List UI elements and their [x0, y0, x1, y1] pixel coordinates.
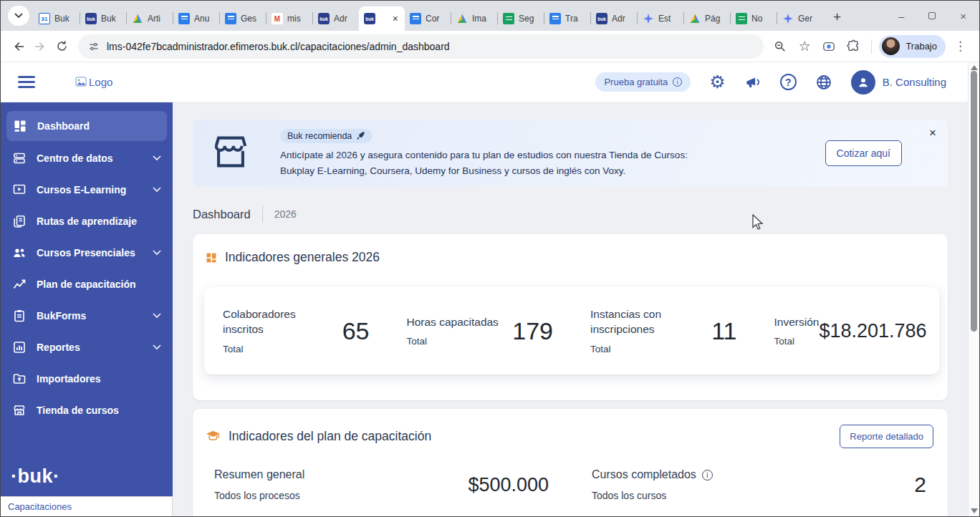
banner-close-icon[interactable]: × — [929, 127, 936, 139]
page-scrollbar[interactable] — [968, 62, 979, 516]
profile-avatar — [882, 37, 900, 55]
browser-tab[interactable]: Pág — [684, 6, 730, 31]
sidebar-item-label: Cursos E-Learning — [37, 184, 126, 195]
browser-tab-active[interactable]: buk × — [359, 6, 405, 31]
sidebar-item-rutas-de-aprendizaje[interactable]: Rutas de aprendizaje — [1, 206, 173, 237]
chevron-down-icon — [153, 344, 161, 350]
logo-text: Logo — [89, 76, 112, 88]
chevron-down-icon — [153, 187, 161, 193]
site-settings-icon[interactable] — [88, 41, 100, 52]
browser-menu-button[interactable]: ⋮ — [948, 39, 972, 54]
tab-label: Tra — [565, 14, 585, 24]
sidebar-item-label: Tienda de cursos — [37, 405, 119, 416]
hamburger-menu-button[interactable] — [18, 76, 35, 88]
maximize-button[interactable] — [928, 12, 936, 19]
browser-tab[interactable]: Cor — [405, 6, 451, 31]
window-close-button[interactable]: × — [960, 11, 966, 21]
clipboard-icon — [12, 309, 27, 323]
account-name: B. Consulting — [883, 76, 946, 88]
app-logo[interactable]: Logo — [75, 76, 112, 88]
browser-tab[interactable]: Arti — [127, 6, 173, 31]
new-tab-button[interactable]: + — [829, 9, 845, 25]
browser-tab[interactable]: Tra — [544, 6, 590, 31]
cotizar-aqui-button[interactable]: Cotizar aquí — [825, 140, 902, 166]
browser-tab[interactable]: buk Adr — [591, 6, 637, 31]
docs-favicon — [178, 13, 190, 24]
info-icon[interactable]: i — [702, 470, 713, 480]
breadcrumb-year: 2026 — [274, 208, 297, 220]
minimize-button[interactable]: – — [898, 11, 904, 21]
extensions-button[interactable] — [842, 36, 864, 57]
help-icon[interactable]: ? — [780, 74, 797, 90]
badge-label: Buk recomienda — [287, 131, 352, 141]
sidebar-item-importadores[interactable]: Importadores — [1, 363, 173, 395]
browser-tab[interactable]: Est — [638, 6, 683, 31]
forward-button[interactable] — [29, 36, 51, 57]
tab-close-icon[interactable]: × — [391, 14, 400, 24]
general-indicators-card: Indicadores generales 2026 Colaboradores… — [193, 234, 948, 400]
toolbar-right: ☆ Trabajo ⋮ — [769, 35, 972, 58]
docs-favicon — [549, 13, 561, 24]
store-icon — [12, 403, 27, 417]
reload-button[interactable] — [51, 36, 72, 57]
breadcrumb: Dashboard 2026 — [193, 206, 297, 223]
app-header: Logo Prueba gratuita i ⚙ ? B. Consulting — [1, 62, 979, 102]
browser-tab[interactable]: Seg — [498, 6, 544, 31]
sidebar-item-centro-de-datos[interactable]: Centro de datos — [1, 142, 173, 174]
url-text: lms-042fe7bcadministrador.efimeros.buk.c… — [107, 41, 450, 52]
trial-badge[interactable]: Prueba gratuita i — [595, 72, 691, 92]
back-button[interactable] — [8, 36, 29, 57]
browser-tab[interactable]: 31 Buk — [34, 6, 80, 31]
sidebar-item-cursos-presenciales[interactable]: Cursos Presenciales — [1, 237, 173, 269]
bookmark-button[interactable]: ☆ — [794, 36, 815, 57]
storefront-icon — [208, 131, 253, 175]
metric-resumen-general: Resumen general Todos los procesos $500.… — [193, 468, 570, 501]
browser-tab[interactable]: Ger — [777, 6, 823, 31]
browser-tab[interactable]: No — [731, 6, 777, 31]
tab-label: Pág — [705, 14, 725, 24]
scroll-up-arrow-icon[interactable] — [971, 65, 978, 70]
chevron-down-icon — [153, 250, 161, 256]
address-bar[interactable]: lms-042fe7bcadministrador.efimeros.buk.c… — [78, 34, 764, 59]
orange-grid-icon — [206, 252, 217, 264]
metric-horas-capacitadas: Horas capacitadas Total 179 — [388, 287, 572, 375]
media-toolbar-icon — [822, 40, 836, 53]
learning-paths-icon — [12, 214, 27, 228]
metric-sublabel: Total — [774, 336, 820, 347]
announcements-megaphone-icon[interactable] — [744, 74, 762, 90]
sidebar-item-dashboard[interactable]: Dashboard — [6, 111, 167, 141]
calendar-favicon: 31 — [39, 13, 50, 24]
sidebar-item-plan-de-capacitacion[interactable]: Plan de capacitación — [1, 269, 173, 300]
tab-search-button[interactable] — [8, 6, 29, 26]
banner-text-line1: Anticípate al 2026 y asegura contenido p… — [280, 148, 688, 163]
reporte-detallado-button[interactable]: Reporte detallado — [840, 425, 933, 448]
browser-tab[interactable]: Ges — [220, 6, 266, 31]
scrollbar-thumb[interactable] — [971, 71, 977, 332]
browser-tab[interactable]: buk Adr — [313, 6, 359, 31]
sidebar-item-cursos-elearning[interactable]: Cursos E-Learning — [1, 174, 173, 206]
reports-icon — [12, 340, 27, 354]
general-indicators-header: Indicadores generales 2026 — [193, 234, 948, 265]
browser-tab[interactable]: Ima — [451, 6, 497, 31]
tab-label: Adr — [612, 14, 632, 24]
sidebar-item-reportes[interactable]: Reportes — [1, 332, 173, 363]
sidebar-item-tienda-de-cursos[interactable]: Tienda de cursos — [1, 395, 173, 426]
browser-tab[interactable]: buk Buk — [80, 6, 126, 31]
tab-strip: 31 Buk buk Buk Arti Anu Ges M mis buk Ad… — [1, 1, 979, 31]
settings-gear-icon[interactable]: ⚙ — [709, 73, 725, 91]
metric-sublabel: Todos los cursos — [592, 490, 713, 501]
docs-favicon — [225, 13, 236, 24]
language-globe-icon[interactable] — [815, 74, 832, 91]
media-control-button[interactable] — [818, 36, 840, 57]
tab-label: Cor — [426, 14, 446, 24]
rocket-icon — [356, 131, 365, 140]
tab-label: Adr — [334, 14, 354, 24]
browser-tab[interactable]: M mis — [266, 6, 312, 31]
zoom-button[interactable] — [769, 36, 791, 57]
browser-tab[interactable]: Anu — [173, 6, 219, 31]
sidebar-item-bukforms[interactable]: BukForms — [1, 300, 173, 332]
profile-chip[interactable]: Trabajo — [879, 35, 946, 58]
scroll-down-arrow-icon[interactable] — [971, 508, 978, 513]
breadcrumb-divider — [262, 206, 263, 223]
account-menu[interactable]: B. Consulting — [851, 70, 946, 95]
